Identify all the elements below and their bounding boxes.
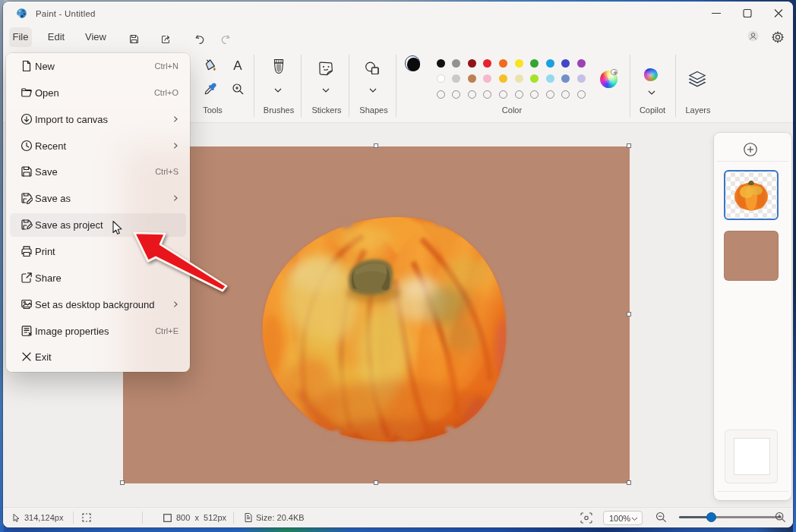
svg-text:A: A bbox=[233, 58, 242, 72]
